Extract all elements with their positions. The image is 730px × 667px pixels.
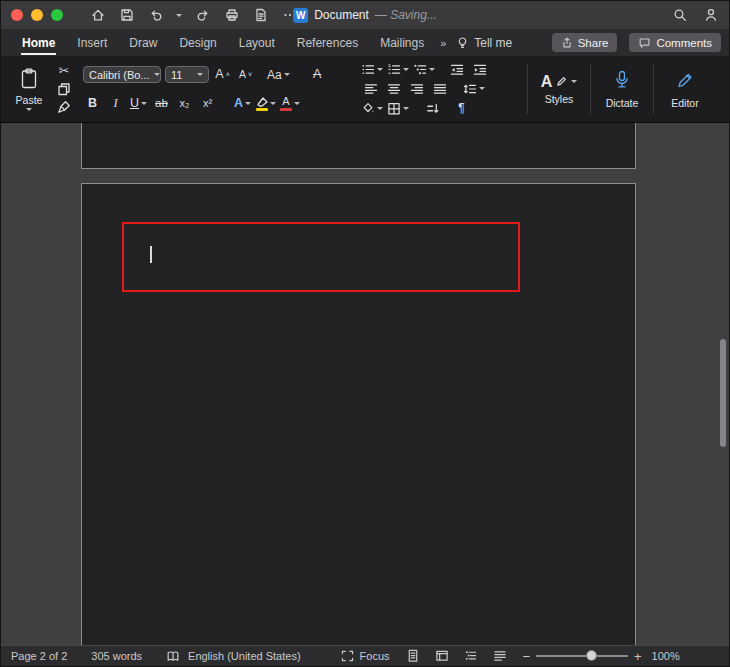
draft-view-icon[interactable]	[493, 649, 507, 663]
change-case-button[interactable]: Aa	[267, 65, 290, 84]
zoom-in-button[interactable]: +	[634, 649, 642, 664]
undo-icon[interactable]	[147, 7, 164, 24]
bullets-button[interactable]	[361, 60, 383, 79]
web-layout-view-icon[interactable]	[435, 649, 449, 663]
dictate-button[interactable]: Dictate	[597, 60, 647, 118]
dictate-label: Dictate	[606, 97, 639, 109]
text-effects-button[interactable]: A	[233, 94, 252, 113]
word-count[interactable]: 305 words	[91, 650, 142, 662]
increase-indent-icon	[473, 63, 487, 76]
line-spacing-icon	[463, 83, 477, 95]
share-button[interactable]: Share	[552, 33, 618, 52]
zoom-slider[interactable]	[536, 655, 628, 657]
status-bar: Page 2 of 2 305 words English (United St…	[1, 645, 729, 666]
styles-icon: A	[541, 74, 553, 90]
paste-button[interactable]: Paste	[7, 60, 51, 118]
tell-me-control[interactable]: Tell me	[456, 36, 512, 50]
pilcrow-icon: ¶	[458, 102, 464, 114]
font-name-chevron-icon	[154, 73, 160, 76]
zoom-level[interactable]: 100%	[642, 650, 680, 662]
superscript-icon: x²	[203, 98, 212, 109]
font-size-dropdown[interactable]: 11	[165, 66, 209, 83]
editor-button[interactable]: Editor	[660, 60, 710, 118]
tab-design[interactable]: Design	[168, 29, 227, 56]
multilevel-chevron-icon	[429, 68, 435, 71]
window-title: W Document — Saving...	[293, 8, 437, 23]
format-painter-button[interactable]	[55, 98, 74, 116]
document-properties-icon[interactable]	[252, 7, 269, 24]
text-effects-chevron-icon	[245, 102, 251, 105]
clear-formatting-button[interactable]: A	[308, 65, 327, 84]
cut-button[interactable]: ✂	[55, 62, 74, 80]
close-window-button[interactable]	[11, 9, 23, 21]
paste-label: Paste	[16, 94, 43, 106]
align-right-icon	[410, 83, 424, 95]
multilevel-list-button[interactable]	[413, 60, 435, 79]
strikethrough-icon: ab	[155, 98, 168, 110]
grow-font-button[interactable]: A˄	[213, 65, 232, 84]
tab-home[interactable]: Home	[11, 29, 66, 56]
bold-button[interactable]: B	[83, 94, 102, 113]
tab-layout[interactable]: Layout	[228, 29, 286, 56]
numbered-list-icon	[387, 63, 401, 76]
superscript-button[interactable]: x²	[198, 94, 217, 113]
search-icon[interactable]	[671, 7, 688, 24]
font-name-dropdown[interactable]: Calibri (Bo...	[83, 66, 161, 83]
share-icon	[561, 36, 573, 49]
subscript-button[interactable]: x₂	[175, 94, 194, 113]
tab-overflow-chevrons[interactable]: »	[435, 37, 452, 49]
align-left-button[interactable]	[361, 79, 380, 98]
styles-button[interactable]: A Styles	[534, 60, 584, 118]
page-2[interactable]	[81, 183, 636, 645]
shading-button[interactable]	[361, 99, 383, 118]
minimize-window-button[interactable]	[31, 9, 43, 21]
numbering-chevron-icon	[403, 68, 409, 71]
show-paragraph-marks-button[interactable]: ¶	[452, 99, 471, 118]
bullet-list-icon	[361, 63, 375, 76]
account-icon[interactable]	[702, 7, 719, 24]
numbering-button[interactable]	[387, 60, 409, 79]
font-color-button[interactable]: A	[280, 94, 300, 113]
copy-button[interactable]	[55, 80, 74, 98]
tab-draw[interactable]: Draw	[118, 29, 168, 56]
zoom-out-button[interactable]: −	[523, 649, 531, 664]
editor-label: Editor	[671, 97, 698, 109]
align-center-button[interactable]	[384, 79, 403, 98]
sort-button[interactable]	[423, 99, 442, 118]
styles-chevron-icon	[571, 80, 577, 83]
ribbon-toolbar: Paste ✂ Calibri (Bo... 11	[1, 56, 729, 123]
print-icon[interactable]	[223, 7, 240, 24]
justify-button[interactable]	[430, 79, 449, 98]
strikethrough-button[interactable]: ab	[152, 94, 171, 113]
highlighter-icon	[256, 97, 268, 111]
microphone-icon	[613, 70, 631, 94]
borders-button[interactable]	[387, 99, 409, 118]
redo-icon[interactable]	[194, 7, 211, 24]
shrink-font-button[interactable]: A˅	[236, 65, 255, 84]
print-layout-view-icon[interactable]	[406, 649, 420, 663]
home-icon[interactable]	[89, 7, 106, 24]
line-spacing-button[interactable]	[463, 79, 485, 98]
zoom-window-button[interactable]	[51, 9, 63, 21]
language-indicator[interactable]: English (United States)	[188, 650, 301, 662]
italic-button[interactable]: I	[106, 94, 125, 113]
tab-insert[interactable]: Insert	[66, 29, 118, 56]
outline-view-icon[interactable]	[464, 649, 478, 663]
focus-toggle[interactable]: Focus	[341, 650, 390, 662]
align-right-button[interactable]	[407, 79, 426, 98]
page-indicator[interactable]: Page 2 of 2	[11, 650, 67, 662]
increase-indent-button[interactable]	[470, 60, 489, 79]
vertical-scrollbar-thumb[interactable]	[720, 339, 726, 447]
decrease-indent-button[interactable]	[447, 60, 466, 79]
comments-button[interactable]: Comments	[629, 33, 721, 52]
page-1[interactable]	[81, 123, 636, 169]
tab-mailings[interactable]: Mailings	[369, 29, 435, 56]
undo-dropdown-icon[interactable]	[176, 14, 182, 17]
spellcheck-icon[interactable]	[166, 650, 180, 663]
zoom-slider-thumb[interactable]	[586, 650, 597, 661]
tab-references[interactable]: References	[286, 29, 369, 56]
save-icon[interactable]	[118, 7, 135, 24]
highlight-color-button[interactable]	[256, 94, 276, 113]
document-canvas[interactable]	[1, 123, 729, 645]
underline-button[interactable]: U	[129, 94, 148, 113]
